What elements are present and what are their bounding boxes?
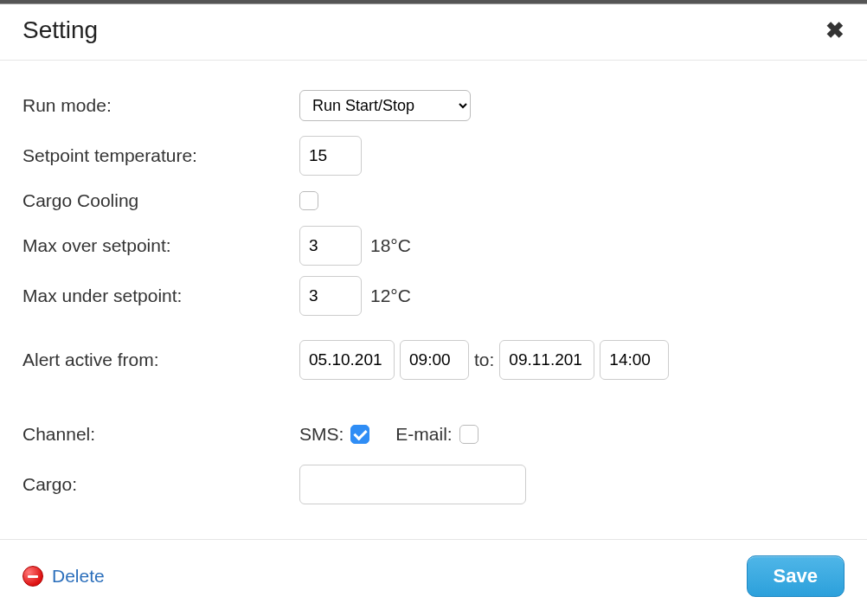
alert-from-time-input[interactable] <box>400 340 469 380</box>
modal-header: Setting ✖ <box>0 4 867 61</box>
delete-button[interactable]: Delete <box>22 566 105 587</box>
channel-label: Channel: <box>22 424 299 445</box>
row-setpoint-temp: Setpoint temperature: <box>22 133 845 178</box>
run-mode-label: Run mode: <box>22 95 299 116</box>
modal-body: Run mode: Run Start/Stop Setpoint temper… <box>0 61 867 539</box>
row-cargo-cooling: Cargo Cooling <box>22 178 845 223</box>
max-over-computed: 18°C <box>370 235 411 256</box>
modal-footer: Delete Save <box>0 539 867 616</box>
setpoint-temp-input[interactable] <box>299 136 362 176</box>
row-channel: Channel: SMS: E-mail: <box>22 412 845 457</box>
delete-label: Delete <box>52 566 105 587</box>
email-label: E-mail: <box>395 424 452 445</box>
sms-label: SMS: <box>299 424 344 445</box>
email-checkbox[interactable] <box>459 425 478 444</box>
max-over-input[interactable] <box>299 226 362 266</box>
setpoint-temp-label: Setpoint temperature: <box>22 145 299 166</box>
max-under-input[interactable] <box>299 276 362 316</box>
cargo-input[interactable] <box>299 465 526 504</box>
cargo-cooling-checkbox[interactable] <box>299 191 318 210</box>
row-max-under: Max under setpoint: 12°C <box>22 273 845 318</box>
row-max-over: Max over setpoint: 18°C <box>22 223 845 268</box>
cargo-cooling-label: Cargo Cooling <box>22 190 299 211</box>
close-icon[interactable]: ✖ <box>825 19 845 42</box>
alert-from-date-input[interactable] <box>299 340 395 380</box>
max-under-computed: 12°C <box>370 286 411 306</box>
row-cargo: Cargo: <box>22 462 845 507</box>
max-over-label: Max over setpoint: <box>22 235 299 256</box>
modal-title: Setting <box>22 16 98 44</box>
sms-checkbox[interactable] <box>350 425 369 444</box>
row-alert-active: Alert active from: to: <box>22 337 845 382</box>
alert-to-date-input[interactable] <box>499 340 594 380</box>
save-button[interactable]: Save <box>747 555 845 597</box>
run-mode-select[interactable]: Run Start/Stop <box>299 90 471 121</box>
alert-label: Alert active from: <box>22 350 299 370</box>
settings-modal: Setting ✖ Run mode: Run Start/Stop Setpo… <box>0 4 867 616</box>
alert-to-label: to: <box>474 350 494 370</box>
minus-circle-icon <box>22 566 43 587</box>
row-run-mode: Run mode: Run Start/Stop <box>22 83 845 128</box>
cargo-label: Cargo: <box>22 474 299 495</box>
alert-to-time-input[interactable] <box>600 340 669 380</box>
max-under-label: Max under setpoint: <box>22 286 299 306</box>
